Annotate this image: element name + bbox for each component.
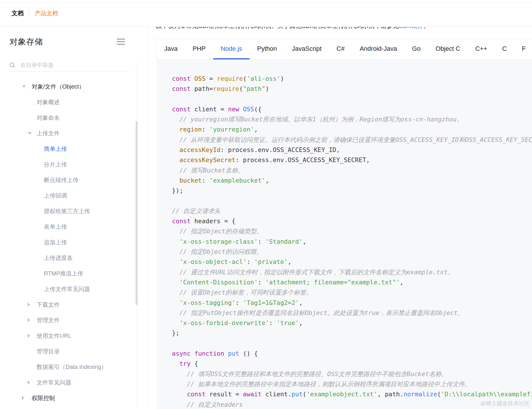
search-input[interactable] [20, 62, 119, 69]
sidebar-item-label: 分片上传 [44, 161, 67, 168]
sidebar-item[interactable]: RTMP推流上传 [0, 266, 149, 281]
main-content: 以下仅列举常见SDK的简单上传的代码示例。关于其他SDK的简单上传的代码示例，请… [149, 0, 532, 409]
code-line: // 指定PutObject操作时是否覆盖同名目标Object。此处设置为tru… [172, 308, 532, 318]
tab-php[interactable]: PHP [185, 39, 213, 59]
sidebar-item[interactable]: 对象/文件（Object） [0, 79, 149, 94]
code-line [172, 338, 532, 348]
sidebar-item[interactable]: 授权给第三方上传 [0, 203, 149, 219]
code-line: 'x-oss-forbid-overwrite': 'true', [172, 318, 532, 328]
sidebar-item-label: 上传回调 [44, 192, 67, 200]
tab-java[interactable]: Java [157, 39, 185, 59]
tab-python[interactable]: Python [250, 39, 284, 59]
code-line: // 从环境变量中获取访问凭证。运行本代码示例之前，请确保已设置环境变量OSS_… [172, 135, 532, 145]
tab-f[interactable]: F [514, 39, 532, 59]
sidebar-item[interactable]: 追加上传 [0, 234, 149, 250]
watermark: @稀土掘金技术社区 [480, 400, 530, 407]
caret-down-icon[interactable] [28, 132, 32, 134]
language-tab-bar: JavaPHPNode.jsPythonJavaScriptC#Android-… [156, 39, 532, 60]
tab-android-java[interactable]: Android-Java [352, 39, 405, 59]
sidebar-item[interactable]: 下载文件 [0, 297, 149, 312]
sidebar-item-label: 使用文件URL [37, 332, 71, 340]
top-hairline [0, 2, 532, 3]
sidebar-item-label: 文件常见问题 [37, 379, 71, 387]
caret-down-icon[interactable] [22, 85, 26, 88]
nav-divider [29, 11, 29, 16]
sidebar-item[interactable]: 上传文件 [0, 125, 149, 141]
hamburger-menu-icon[interactable] [117, 39, 125, 45]
sidebar-item-label: 对象命名 [37, 114, 60, 122]
sidebar-tree: 对象/文件（Object）对象概述对象命名上传文件简单上传分片上传断点续传上传上… [0, 79, 149, 406]
sidebar-item-label: RTMP推流上传 [44, 270, 83, 277]
caret-right-icon[interactable] [28, 303, 30, 307]
sidebar-item[interactable]: 简单上传 [0, 141, 149, 157]
tab-c[interactable]: C [495, 39, 514, 59]
code-line: try { [172, 359, 532, 369]
code-line: 'x-oss-storage-class': 'Standard', [172, 237, 532, 247]
tab-c-[interactable]: C# [329, 39, 352, 59]
sidebar-item-label: 上传进度条 [44, 254, 73, 262]
sidebar-item[interactable]: 分片上传 [0, 157, 149, 172]
sidebar-search [10, 59, 129, 72]
sidebar-item-label: 追加上传 [44, 239, 67, 246]
sidebar-item-label: 对象概述 [37, 98, 60, 106]
sidebar-item[interactable]: 上传回调 [0, 188, 149, 203]
code-line: // 指定Object的访问权限。 [172, 247, 532, 257]
sidebar-item[interactable]: 管理文件 [0, 312, 149, 328]
sidebar-item[interactable]: 上传进度条 [0, 250, 149, 266]
sidebar-item[interactable]: 管理目录 [0, 344, 149, 359]
code-line: // 填写OSS文件完整路径和本地文件的完整路径。OSS文件完整路径中不能包含B… [172, 369, 532, 379]
sidebar-item[interactable]: 上传文件常见问题 [0, 281, 149, 297]
sidebar-item-label: 数据索引（Data Indexing） [37, 363, 107, 371]
code-line: region: 'yourregion', [172, 124, 532, 134]
sidebar-item-label: 简单上传 [44, 145, 67, 153]
code-line: accessKeyId: process.env.OSS_ACCESS_KEY_… [172, 145, 532, 155]
sidebar-item[interactable]: 使用文件URL [0, 328, 149, 344]
code-line: const client = new OSS({ [172, 104, 532, 114]
sidebar-item-label: 授权给第三方上传 [44, 207, 90, 215]
sidebar-item-label: 管理文件 [37, 316, 60, 324]
nav-docs-link[interactable]: 文档 [12, 9, 24, 17]
code-line: const OSS = require('ali-oss') [172, 74, 532, 84]
code-line: 'x-oss-tagging': 'Tag1=1&Tag2=2', [172, 298, 532, 308]
sidebar-item-label: 权限控制 [32, 394, 55, 402]
code-line: // 通过文件URL访问文件时，指定以附件形式下载文件，下载后的文件名称定义为e… [172, 267, 532, 277]
nav-product-docs-link[interactable]: 产品文档 [35, 10, 58, 17]
code-line: const headers = { [172, 216, 532, 226]
code-line: // 指定Object的存储类型。 [172, 226, 532, 236]
sidebar-item[interactable]: 表单上传 [0, 219, 149, 234]
code-line: async function put () { [172, 348, 532, 359]
sidebar-item-label: 上传文件 [37, 130, 60, 137]
top-navigation-bar: 文档 产品文档 [0, 0, 532, 27]
code-line: // 填写Bucket名称。 [172, 165, 532, 175]
tab-c-[interactable]: C++ [468, 39, 495, 59]
sidebar-item-label: 管理目录 [37, 348, 60, 355]
sidebar-item-label: 对象/文件（Object） [32, 83, 85, 91]
search-icon [10, 62, 15, 68]
code-line [172, 196, 532, 206]
sidebar-item-label: 表单上传 [44, 223, 67, 231]
code-line: bucket: 'examplebucket', [172, 175, 532, 185]
sidebar-item[interactable]: 对象命名 [0, 110, 149, 125]
caret-right-icon[interactable] [28, 334, 30, 338]
sidebar: 对象存储 对象/文件（Object）对象概述对象命名上传文件简单上传分片上传断点… [0, 27, 149, 409]
code-line: // 如果本地文件的完整路径中未指定本地路径，则默认从示例程序所属项目对应本地路… [172, 379, 532, 389]
code-line [172, 94, 532, 104]
code-line: }); [172, 185, 532, 196]
tab-object-c[interactable]: Object C [428, 39, 468, 59]
caret-right-icon[interactable] [22, 396, 24, 400]
sidebar-scrollbar-thumb[interactable] [136, 121, 138, 305]
sidebar-item[interactable]: 对象概述 [0, 94, 149, 110]
sidebar-item[interactable]: 文件常见问题 [0, 375, 149, 390]
tab-go[interactable]: Go [404, 39, 428, 59]
code-line: // 自定义headers [172, 399, 532, 409]
code-line: // 自定义请求头 [172, 206, 532, 216]
tab-node-js[interactable]: Node.js [213, 39, 250, 59]
caret-right-icon[interactable] [28, 380, 30, 384]
sidebar-item[interactable]: 断点续传上传 [0, 172, 149, 188]
tab-javascript[interactable]: JavaScript [284, 39, 329, 59]
code-line: // 设置Object的标签，可同时设置多个标签。 [172, 287, 532, 297]
sidebar-item[interactable]: 权限控制 [0, 390, 149, 406]
sidebar-item[interactable]: 数据索引（Data Indexing） [0, 359, 149, 375]
code-line: 'Content-Disposition': 'attachment; file… [172, 277, 532, 287]
caret-right-icon[interactable] [28, 318, 30, 322]
